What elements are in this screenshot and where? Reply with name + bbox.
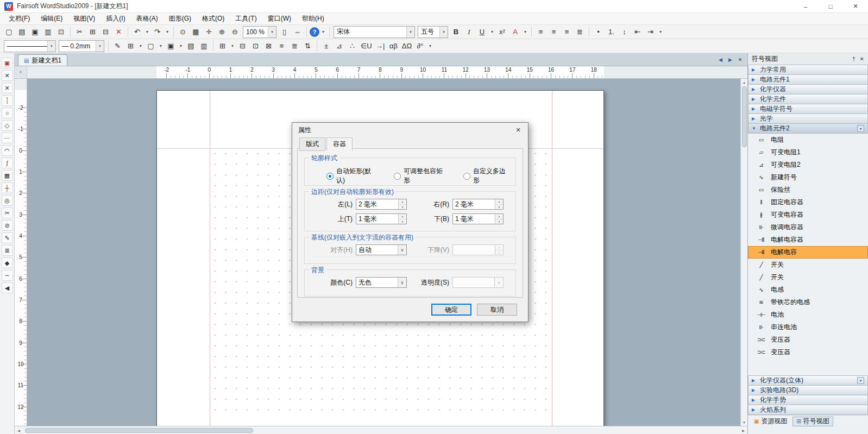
symbol-item[interactable]: ⊣‖ 电解电容: [748, 246, 868, 259]
close-tab-button[interactable]: ✕: [736, 55, 744, 64]
symbol-item[interactable]: ╱ 开关: [748, 259, 868, 271]
insert-table-dropdown[interactable]: ▾: [229, 40, 236, 52]
chevron-down-icon[interactable]: ▾: [439, 27, 448, 37]
open-document-button[interactable]: ▤: [16, 26, 28, 38]
ellipse-tool[interactable]: ○: [2, 108, 13, 118]
cross-tool[interactable]: ┼: [2, 183, 13, 193]
table-tool[interactable]: ▦: [2, 170, 13, 181]
paste-button[interactable]: ⊟: [99, 26, 112, 38]
spinner-value[interactable]: 2 毫米: [356, 200, 398, 209]
select-tool[interactable]: ▣: [2, 58, 13, 68]
spinner-buttons[interactable]: ▴ ▾: [495, 199, 503, 209]
maximize-button[interactable]: □: [818, 0, 843, 13]
delete-button[interactable]: ✕: [112, 26, 125, 38]
panel-close-icon[interactable]: ✕: [860, 56, 864, 62]
horizontal-scrollbar[interactable]: ◀ ▶: [15, 426, 747, 434]
document-tab[interactable]: ▤ 新建文档1: [18, 54, 67, 66]
symbol-item[interactable]: ∿ 电感: [748, 284, 868, 296]
radio-button[interactable]: [326, 173, 334, 180]
font-color-button[interactable]: A: [509, 26, 521, 38]
radio-button[interactable]: [463, 173, 470, 180]
symbol-category[interactable]: ▶ 化学仪器: [748, 84, 868, 95]
menu-item[interactable]: 图形(G): [163, 12, 197, 25]
redo-dropdown[interactable]: ▾: [164, 26, 171, 38]
radio-option[interactable]: 自动矩形(默认): [326, 167, 379, 185]
pin-icon[interactable]: †: [852, 56, 856, 62]
minimize-button[interactable]: –: [793, 0, 818, 13]
symbol-category[interactable]: ▶ 化学手势: [748, 395, 868, 405]
symbol-item[interactable]: ⊿ 可变电阻2: [748, 159, 868, 171]
symbol-item[interactable]: ≋ 带铁芯的电感: [748, 296, 868, 309]
background-color-combo[interactable]: 无色 ∨: [356, 277, 407, 288]
menu-item[interactable]: 窗口(W): [262, 12, 297, 25]
symbol-category[interactable]: ▶ 化学元件: [748, 94, 868, 104]
target-tool[interactable]: ◎: [2, 195, 13, 206]
radio-option[interactable]: 可调整包容矩形: [394, 167, 448, 185]
redo-button[interactable]: ↷: [151, 26, 163, 38]
spinner-up-icon[interactable]: ▴: [399, 214, 406, 219]
symbol-category[interactable]: ▶ 光学: [748, 114, 868, 124]
symbol-item[interactable]: ▭ 电阻: [748, 134, 868, 146]
line-spacing-button[interactable]: ↕: [618, 26, 631, 38]
fit-page-button[interactable]: ▯: [278, 26, 291, 38]
spinner-buttons[interactable]: ▴ ▾: [495, 214, 503, 224]
cut-button[interactable]: ✂: [73, 26, 86, 38]
zoom-out-button[interactable]: ⊖: [229, 26, 241, 38]
shadow-style-dropdown[interactable]: ▾: [158, 40, 164, 52]
help-button[interactable]: ?: [310, 27, 319, 37]
spinner-up-icon[interactable]: ▴: [495, 199, 503, 205]
chevron-down-icon[interactable]: ∨: [398, 245, 406, 255]
help-dropdown[interactable]: ▾: [320, 26, 326, 38]
zoom-in-button[interactable]: ⊕: [216, 26, 228, 38]
copy-button[interactable]: ⊞: [86, 26, 99, 38]
font-family-combo[interactable]: 宋体 ▾: [334, 26, 415, 38]
bring-to-front-button[interactable]: ▤: [185, 40, 197, 52]
line-style-combo[interactable]: ——————— ▾: [4, 40, 56, 52]
prev-tab-button[interactable]: ◀: [716, 55, 725, 64]
undo-dropdown[interactable]: ▾: [144, 26, 150, 38]
symbol-category[interactable]: ▶ 实验电路(3D): [748, 385, 868, 395]
symbol-category[interactable]: ▶ 火焰系列: [748, 405, 868, 415]
sort-button[interactable]: ⇅: [301, 40, 314, 52]
spinner-value[interactable]: 2 毫米: [453, 200, 495, 209]
vertical-scrollbar-thumb[interactable]: [742, 86, 747, 147]
print-button[interactable]: ▥: [42, 26, 54, 38]
spinner-up-icon[interactable]: ▴: [399, 199, 406, 205]
spinner-buttons[interactable]: ▴ ▾: [398, 214, 406, 224]
line-width-combo[interactable]: — 0.2mm ▾: [59, 40, 104, 52]
menu-item[interactable]: 插入(I): [100, 12, 130, 25]
cancel-button[interactable]: 取消: [477, 304, 517, 316]
dialog-tab[interactable]: 容器: [326, 137, 353, 151]
panel-view-tab[interactable]: ▣ 资源视图: [750, 417, 791, 426]
ruler-origin[interactable]: +: [15, 66, 27, 78]
italic-button[interactable]: I: [463, 26, 475, 38]
insert-row-button[interactable]: ⊠: [262, 40, 275, 52]
spinner-buttons[interactable]: ▴ ▾: [398, 199, 406, 209]
symbol-category[interactable]: ▶ 化学仪器(立体) ▾: [748, 375, 868, 386]
symbol-item[interactable]: ▭ 保险丝: [748, 184, 868, 196]
symbols-more-dropdown[interactable]: ▾: [427, 40, 433, 52]
symbol-item[interactable]: ∦ 可变电容器: [748, 209, 868, 221]
scroll-right-icon[interactable]: ▶: [739, 426, 747, 434]
chevron-down-icon[interactable]: ▾: [268, 27, 276, 37]
symbol-category[interactable]: ▶ 电磁学符号: [748, 104, 868, 114]
wave-tool[interactable]: ∼: [2, 270, 13, 281]
margin-spinner[interactable]: 1 毫米 ▴ ▾: [452, 213, 504, 224]
horizontal-ruler[interactable]: -2-10123456789101112131415161718: [27, 66, 747, 78]
pan-hand-button[interactable]: ✛: [203, 26, 215, 38]
chevron-down-icon[interactable]: ▾: [47, 41, 55, 52]
category-chevron-button[interactable]: ▾: [857, 125, 864, 132]
align-center-button[interactable]: ≡: [548, 26, 560, 38]
vertical-ruler[interactable]: -2-10123456789101112: [15, 79, 27, 426]
symbol-item[interactable]: ‖ 固定电容器: [748, 196, 868, 209]
fill-style-button[interactable]: ▣: [165, 40, 177, 52]
superscript-button[interactable]: x²: [496, 26, 508, 38]
spinner-down-icon[interactable]: ▾: [399, 205, 406, 210]
save-document-button[interactable]: ▣: [29, 26, 41, 38]
shadow-style-button[interactable]: ▢: [144, 40, 157, 52]
menu-item[interactable]: 编辑(E): [35, 12, 68, 25]
no-fill-tool[interactable]: ⊘: [2, 220, 13, 231]
print-preview-button[interactable]: ⊡: [55, 26, 67, 38]
spinner-up-icon[interactable]: ▴: [495, 214, 503, 219]
list-tool[interactable]: ≣: [2, 245, 13, 256]
